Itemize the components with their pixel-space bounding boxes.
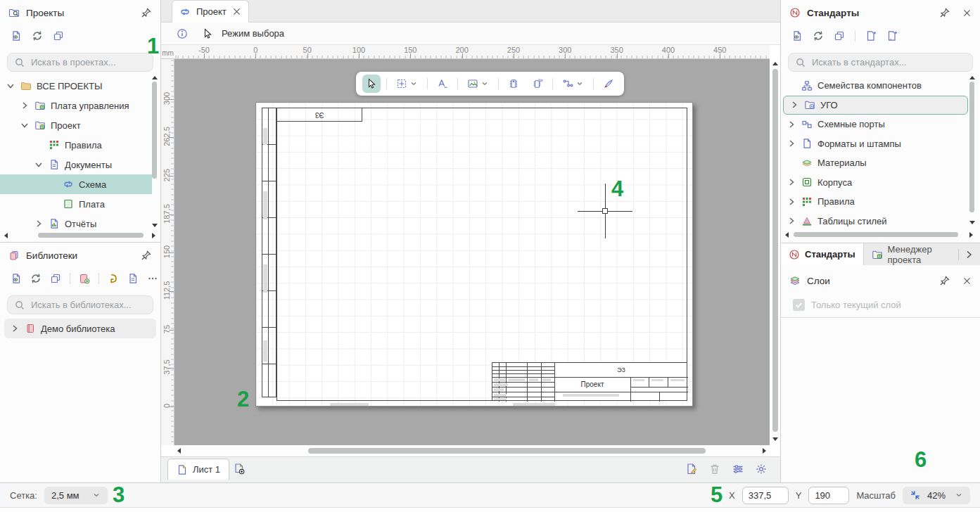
pin-icon[interactable] — [141, 7, 152, 18]
tree-item[interactable]: УГО — [783, 96, 968, 115]
chevron-right-icon[interactable] — [20, 101, 30, 110]
pin-icon[interactable] — [939, 7, 950, 18]
canvas-vertical-scrollbar[interactable] — [770, 59, 780, 445]
tab-project-manager[interactable]: Менеджер проекта — [864, 243, 958, 265]
vertical-scrollbar[interactable] — [152, 82, 157, 179]
tree-item[interactable]: Схема — [0, 174, 152, 194]
doc-eye-icon[interactable] — [11, 273, 22, 284]
scroll-right-arrow[interactable] — [152, 233, 155, 238]
scroll-up-arrow[interactable] — [969, 76, 975, 79]
canvas-horizontal-scrollbar[interactable] — [174, 445, 770, 456]
tab-project[interactable]: Проект — [172, 0, 249, 23]
sheet-settings-icon[interactable] — [732, 463, 744, 475]
tool-chip-num[interactable]: № — [528, 75, 547, 93]
close-icon[interactable] — [962, 8, 972, 18]
tool-net[interactable] — [559, 75, 587, 93]
copy-icon[interactable] — [50, 273, 61, 284]
scroll-down-arrow[interactable] — [152, 224, 158, 227]
book-add-icon[interactable] — [79, 273, 90, 284]
edit-sheet-icon[interactable] — [685, 463, 698, 475]
y-coordinate-input[interactable] — [808, 487, 849, 504]
close-icon[interactable] — [962, 276, 972, 286]
tree-item[interactable]: Семейства компонентов — [781, 76, 970, 96]
refresh-icon[interactable] — [813, 30, 824, 41]
horizontal-scrollbar[interactable] — [38, 233, 144, 238]
chevron-right-icon[interactable] — [787, 139, 796, 148]
chevron-down-icon[interactable] — [20, 120, 30, 130]
chevron-right-icon[interactable] — [787, 197, 796, 207]
tree-item[interactable]: ВСЕ ПРОЕКТЫ — [0, 76, 152, 96]
tool-image-tool[interactable] — [464, 75, 492, 93]
tree-item[interactable]: Проект — [0, 115, 152, 135]
tree-item[interactable]: Правила — [781, 192, 970, 212]
tree-item[interactable]: Плата — [0, 194, 152, 214]
pin-icon[interactable] — [939, 275, 950, 286]
tree-item[interactable]: Схемные порты — [781, 115, 970, 134]
scroll-left-arrow[interactable] — [785, 232, 789, 238]
scroll-up-arrow[interactable] — [152, 76, 158, 79]
refresh-icon[interactable] — [30, 273, 42, 284]
chevron-right-icon[interactable] — [787, 177, 796, 187]
tree-item[interactable]: Материалы — [781, 153, 970, 173]
tree-item[interactable]: Корпуса — [781, 173, 970, 193]
tree-item[interactable]: Правила — [0, 135, 152, 155]
tree-item[interactable]: Документы — [0, 155, 152, 174]
tool-chip[interactable] — [504, 75, 523, 93]
panel-divider[interactable] — [780, 0, 781, 482]
scroll-right-arrow[interactable] — [969, 232, 973, 238]
add-sheet-icon[interactable] — [233, 463, 246, 475]
chevron-down-icon[interactable] — [6, 81, 15, 91]
zoom-dropdown[interactable]: 42% — [903, 487, 970, 504]
more-icon[interactable] — [147, 273, 158, 284]
pin-icon[interactable] — [141, 250, 152, 261]
drawing-canvas[interactable]: Э3 — [174, 59, 770, 445]
chevron-right-icon[interactable] — [787, 120, 796, 129]
refresh-icon[interactable] — [32, 30, 43, 41]
chevron-right-icon[interactable] — [789, 100, 799, 110]
scroll-left-arrow[interactable] — [4, 233, 8, 238]
x-coordinate-input[interactable] — [742, 487, 789, 504]
tabs-overflow-icon[interactable] — [963, 249, 974, 260]
tab-sheet-1[interactable]: Лист 1 — [167, 459, 229, 480]
chevron-down-icon[interactable] — [34, 160, 44, 169]
tool-target-box[interactable] — [393, 75, 421, 93]
doc-eye-icon[interactable] — [11, 30, 22, 41]
chevron-right-icon[interactable] — [787, 216, 796, 226]
delete-sheet-icon[interactable] — [708, 463, 721, 475]
tool-pen[interactable] — [599, 75, 618, 93]
panel-divider[interactable] — [160, 0, 161, 482]
grid-step-dropdown[interactable]: 2,5 мм — [44, 487, 108, 504]
chevron-down-icon[interactable] — [575, 79, 584, 88]
settings-gear-icon[interactable] — [755, 463, 768, 475]
chevron-right-icon[interactable] — [34, 219, 44, 229]
tree-item[interactable]: Таблицы стилей — [781, 212, 970, 231]
doc-eye-icon[interactable] — [791, 30, 803, 41]
tree-item[interactable]: Плата управления — [0, 96, 152, 115]
tab-standards[interactable]: Стандарты — [781, 243, 864, 265]
drawing-sheet[interactable]: Э3 — [255, 102, 693, 407]
projects-search-input[interactable] — [31, 57, 155, 68]
tree-item[interactable]: Форматы и штампы — [781, 134, 970, 154]
fit-to-view-icon[interactable] — [910, 489, 921, 501]
standards-search-input[interactable] — [812, 57, 966, 68]
tool-text-tool[interactable] — [433, 75, 452, 93]
copy-icon[interactable] — [834, 30, 845, 41]
info-icon[interactable] — [177, 28, 188, 39]
doc-import-icon[interactable] — [127, 273, 139, 284]
horizontal-scrollbar[interactable] — [794, 232, 958, 237]
copy-icon[interactable] — [53, 30, 64, 41]
close-tab-icon[interactable] — [232, 7, 241, 16]
tree-item[interactable]: Отчёты — [0, 214, 152, 233]
vertical-scrollbar[interactable] — [969, 82, 974, 212]
chevron-right-icon[interactable] — [10, 324, 20, 333]
tool-cursor[interactable] — [362, 75, 381, 93]
scroll-down-arrow[interactable] — [969, 221, 975, 224]
chevron-down-icon[interactable] — [409, 79, 418, 88]
gold-d-icon[interactable] — [108, 273, 119, 284]
only-current-layer-checkbox[interactable] — [793, 299, 805, 311]
doc-plus-icon[interactable] — [865, 30, 877, 41]
doc-plus2-icon[interactable] — [886, 30, 898, 41]
libraries-search-input[interactable] — [31, 300, 155, 310]
tree-item[interactable]: Демо библиотека — [4, 319, 156, 338]
chevron-down-icon[interactable] — [481, 79, 489, 88]
